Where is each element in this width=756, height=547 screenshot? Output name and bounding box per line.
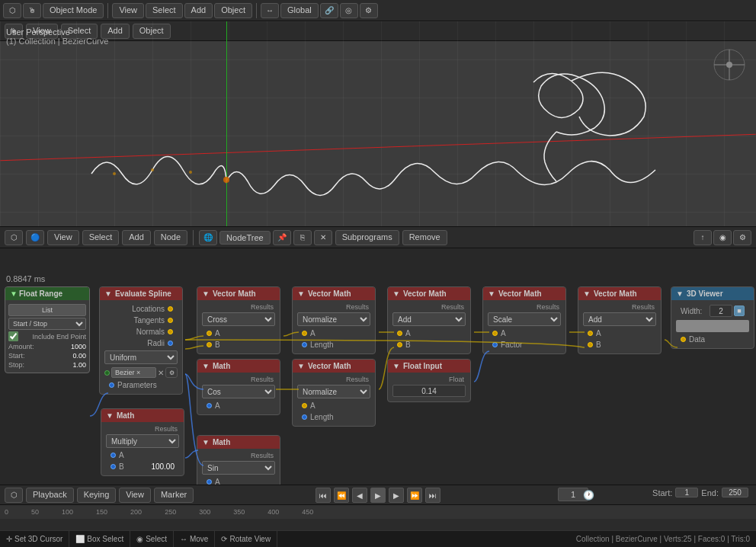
- blender-icon[interactable]: ⬡: [3, 3, 21, 18]
- ne-tree-name[interactable]: NodeTree: [219, 231, 271, 245]
- end-frame-input[interactable]: 250: [722, 488, 748, 497]
- rotate-view-item[interactable]: ⟳ Rotate View: [215, 531, 277, 547]
- start-label: Start:: [652, 488, 672, 497]
- float-input-result: Float: [392, 376, 466, 383]
- bezier-settings-icon[interactable]: ⚙: [165, 367, 178, 378]
- tl-editor-icon[interactable]: ⬡: [5, 488, 23, 503]
- node-editor[interactable]: ⬡ 🔵 View Select Add Node 🌐 NodeTree 📌 ⎘ …: [0, 227, 756, 497]
- object-menu[interactable]: Object: [214, 3, 252, 18]
- multiply-select-row: Multiply: [106, 433, 179, 449]
- ne-node-menu[interactable]: Node: [154, 230, 187, 245]
- ne-view-menu[interactable]: View: [47, 230, 79, 245]
- ne-mode-icon[interactable]: 🔵: [26, 230, 44, 245]
- sin-select[interactable]: Sin: [202, 461, 275, 475]
- start-frame-input[interactable]: 1: [675, 488, 698, 497]
- scale-select[interactable]: Scale: [488, 312, 561, 326]
- vmath-cross-collapse[interactable]: ▼: [202, 289, 210, 298]
- math-cos-collapse[interactable]: ▼: [202, 362, 210, 370]
- width-input[interactable]: 2: [710, 305, 732, 317]
- evaluate-spline-collapse[interactable]: ▼: [104, 289, 112, 298]
- next-keyframe-btn[interactable]: ⏩: [407, 488, 422, 503]
- play-btn[interactable]: ▶: [370, 488, 386, 503]
- ne-tree-icon[interactable]: 🌐: [199, 230, 217, 245]
- viewer-3d-collapse[interactable]: ▼: [676, 289, 684, 298]
- normalize2-select[interactable]: Normalize: [297, 385, 370, 398]
- nav-gizmo[interactable]: [710, 46, 748, 84]
- vmath-norm2-collapse[interactable]: ▼: [297, 362, 305, 370]
- math-sin-collapse[interactable]: ▼: [202, 438, 210, 446]
- next-frame-btn[interactable]: ▶: [389, 488, 404, 503]
- box-select-item[interactable]: ⬜ Box Select: [69, 531, 130, 547]
- jump-end-btn[interactable]: ⏭: [425, 488, 440, 503]
- add-menu[interactable]: Add: [184, 3, 213, 18]
- ne-select-menu[interactable]: Select: [82, 230, 120, 245]
- mode-selector[interactable]: Object Mode: [43, 3, 104, 18]
- tl-view-btn[interactable]: View: [119, 488, 151, 503]
- global-selector[interactable]: Global: [280, 3, 319, 18]
- vmath-scale-collapse[interactable]: ▼: [488, 289, 495, 298]
- ne-add-menu[interactable]: Add: [122, 230, 151, 245]
- list-btn[interactable]: List: [8, 304, 86, 316]
- math-sin-node: ▼ Math Results Sin A: [197, 435, 280, 491]
- view-menu[interactable]: View: [112, 3, 144, 18]
- vmath-add1-header: ▼ Vector Math: [388, 287, 470, 300]
- multiply-select[interactable]: Multiply: [106, 434, 179, 448]
- ne-overlay-icon[interactable]: ◉: [713, 230, 732, 245]
- marker-btn[interactable]: Marker: [154, 488, 194, 503]
- cos-select[interactable]: Cos: [202, 385, 275, 398]
- float-input-collapse[interactable]: ▼: [392, 362, 400, 370]
- evaluate-spline-header: ▼ Evaluate Spline: [100, 287, 182, 300]
- norm1-a-port: A: [297, 328, 370, 339]
- ne-editor-icon[interactable]: ⬡: [5, 230, 23, 245]
- cursor-tool-item[interactable]: ✛ Set 3D Cursor: [0, 531, 69, 547]
- editor-type-icon[interactable]: 🖱: [23, 3, 41, 18]
- ne-pin-icon[interactable]: 📌: [273, 230, 291, 245]
- snap-icon[interactable]: 🔗: [320, 3, 338, 18]
- ne-up-icon[interactable]: ↑: [694, 230, 712, 245]
- add2-select[interactable]: Add: [583, 312, 656, 326]
- normalize1-select[interactable]: Normalize: [297, 312, 370, 326]
- select-label: Select: [146, 535, 167, 543]
- options-icon[interactable]: ⚙: [360, 3, 378, 18]
- cross-a-label: A: [215, 329, 220, 337]
- multiply-b-value: 100.00: [151, 462, 175, 471]
- prev-frame-btn[interactable]: ◀: [352, 488, 367, 503]
- bezier-x-btn[interactable]: ✕: [158, 369, 164, 377]
- move-icon: ↔: [180, 535, 187, 543]
- ne-copy-icon[interactable]: ⎘: [293, 230, 312, 245]
- prev-keyframe-btn[interactable]: ⏪: [334, 488, 349, 503]
- uniform-select[interactable]: Uniform: [104, 350, 178, 364]
- proportional-icon[interactable]: ◎: [340, 3, 358, 18]
- add1-select[interactable]: Add: [392, 312, 466, 326]
- vmath-add1-body: Results Add A B: [388, 300, 470, 353]
- vmath-add2-collapse[interactable]: ▼: [583, 289, 591, 298]
- mode-select[interactable]: Start / Stop: [8, 318, 86, 330]
- add2-b-socket: [588, 342, 593, 347]
- ne-remove[interactable]: Remove: [402, 230, 447, 245]
- keying-btn[interactable]: Keying: [77, 488, 117, 503]
- vmath-add2-title: Vector Math: [594, 289, 637, 298]
- vmath-cross-body: Results Cross A B: [197, 300, 280, 353]
- width-color-btn[interactable]: ■: [734, 305, 745, 316]
- select-item[interactable]: ◉ Select: [130, 531, 174, 547]
- timeline-ruler: 0 50 100 150 200 250 300 350 400 450: [0, 505, 756, 519]
- viewer-3d-node: ▼ 3D Viewer Width: 2 ■ Data: [671, 286, 754, 349]
- vmath-norm1-collapse[interactable]: ▼: [297, 289, 305, 298]
- scale-a-label: A: [501, 329, 506, 337]
- transform-icon[interactable]: ↔: [261, 3, 279, 18]
- select-menu[interactable]: Select: [146, 3, 183, 18]
- vmath-add1-collapse[interactable]: ▼: [392, 289, 400, 298]
- jump-start-btn[interactable]: ⏮: [316, 488, 331, 503]
- ne-settings-icon[interactable]: ⚙: [733, 230, 751, 245]
- math-multiply-collapse[interactable]: ▼: [106, 411, 114, 420]
- ne-subprograms[interactable]: Subprograms: [335, 230, 399, 245]
- playback-btn[interactable]: Playback: [26, 488, 74, 503]
- viewport-3d[interactable]: 🖱 View Select Add Object User Perspectiv…: [0, 21, 756, 227]
- move-item[interactable]: ↔ Move: [174, 531, 215, 547]
- float-value-input[interactable]: 0.14: [392, 385, 466, 397]
- include-end-checkbox[interactable]: [8, 331, 18, 341]
- vmath-norm1-title: Vector Math: [308, 289, 351, 298]
- location-socket: [168, 306, 173, 312]
- cross-select[interactable]: Cross: [202, 312, 275, 326]
- ne-close-icon[interactable]: ✕: [314, 230, 332, 245]
